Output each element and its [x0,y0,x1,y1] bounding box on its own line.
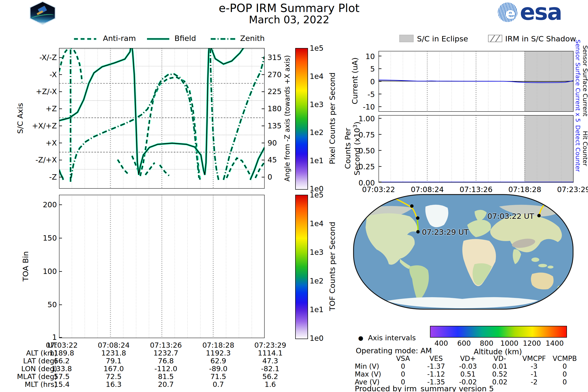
angle-tick: 90 [268,139,277,147]
table-cell: 07:18:28 [192,341,244,349]
table-cell: 07:08:24 [88,341,140,349]
v-cell: 0 [543,378,587,386]
table-cell: -89.0 [192,364,244,373]
esa-logo-text: esa [520,0,562,25]
altitude-colorbar [430,326,567,338]
table-cell: 81.5 [140,372,192,381]
sc-ytick: +X/+Z [0,122,57,130]
shadow-legend-label: IRM in S/C Shadow [505,34,576,43]
pixel-cb-label: Pixel Counts per Second [328,72,337,164]
legend-antiram-label: Anti-ram [103,34,136,43]
table-cell: 167.0 [88,364,140,373]
table-cell: 76.8 [140,357,192,365]
current-ticks [378,56,382,107]
table-cell: 133.8 [36,364,88,373]
v-cell: 0 [543,362,587,370]
toa-ytick: 100 [0,267,57,276]
toa-ytick: 150 [0,234,57,242]
track-dot [545,202,548,205]
cassiope-mission-patch: CASSIOPE [28,1,57,25]
xtick-time: 07:08:24 [406,185,448,194]
tof-cb-tick: 1e4 [310,219,324,228]
map-art [352,193,574,311]
sc-ytick: +X [0,139,57,147]
track-dot [416,230,420,234]
table-cell: 57.5 [36,372,88,381]
eclipse-legend-label: S/C in Eclipse [417,34,468,43]
ground-track-map [352,193,574,311]
table-cell: 71.5 [192,372,244,381]
page-title: e-POP IRM Summary Plot [172,2,407,15]
counts-plot [378,115,574,182]
tof-cb-tick: 1e0 [310,334,324,342]
table-cell: 07:13:26 [140,341,192,349]
alt-tick: 1400 [534,339,576,348]
shadow-swatch [488,35,502,42]
tof-cb-tick: 1e2 [310,276,324,285]
toa-ylabel: TOA Bin [21,251,30,281]
esa-e-icon: e [505,4,516,22]
counts-ytick: 1.00 [343,114,375,123]
current-ytick: 0 [343,78,375,86]
tof-cb-tick: 1e3 [310,248,324,256]
table-cell: 72.5 [88,372,140,381]
pixel-cb-tick: 1e4 [310,72,324,80]
counts-ytick: 0.50 [343,146,375,155]
produced-by-label: Produced by irm_summary version 5 [355,384,494,392]
table-cell: 79.1 [88,357,140,365]
pixel-colorbar [295,48,308,190]
table-cell: 1192.3 [192,349,244,357]
axis-intervals-bullet: ● [358,335,363,342]
angle-tick: 315 [268,53,282,62]
legend-antiram-sample [74,37,97,41]
track-dot [416,216,420,220]
current-right-label-blue: Sensor Surface Current x 5 [574,40,582,122]
counts-ticks [378,118,382,182]
toa-ticks [59,205,62,338]
v-header: VCMPB [543,354,587,362]
table-cell: 66.2 [36,357,88,365]
pixel-cb-tick: 1e2 [310,128,324,137]
angle-axis-label: Angle from -Z axis (towards +X axis) [283,55,291,182]
angle-tick: 0 [268,173,272,181]
axis-intervals-label: Axis intervals [368,334,416,342]
angle-tick: 180 [268,104,282,113]
cassiope-patch-art: CASSIOPE [30,2,56,24]
xtick-time: 07:13:26 [455,185,497,194]
table-cell: 20.7 [140,380,192,388]
table-cell: 1114.1 [244,349,296,357]
map-start-label: 07:03:22 UT [453,212,534,220]
counts-ytick: 0.75 [343,130,375,139]
counts-right-label-black: Hit Counter [582,131,588,166]
page-date: March 03, 2022 [172,14,407,26]
operating-mode-label: Operating mode: AM [356,346,432,355]
table-cell: 47.3 [244,357,296,365]
sc-axis-plot [59,48,264,189]
sc-ytick: -X [0,70,57,79]
xtick-time: 07:18:28 [504,185,546,194]
toa-ytick: 200 [0,200,57,209]
current-right-label-black: Sensor Surface Current [582,45,588,116]
table-cell: 07:03:22 [36,341,88,349]
tof-cb-tick: 1e5 [310,190,324,199]
current-ytick: -5 [343,90,375,99]
map-end-label: 07:23:29 UT [422,228,469,236]
tof-colorbar [295,195,308,339]
table-cell: -82.1 [244,364,296,373]
table-cell: 07:23:29 [244,341,296,349]
pixel-cb-tick: 1e3 [310,100,324,109]
table-cell: 56.2 [244,372,296,381]
table-cell: 1.6 [244,380,296,388]
pixel-cb-tick: 1e5 [310,44,324,52]
current-ytick: -10 [343,103,375,111]
patch-label: CASSIOPE [30,20,56,23]
legend-bfield-label: Bfield [174,34,196,43]
v-cell: 0 [543,370,587,378]
current-ytick: 5 [343,65,375,73]
tof-cb-tick: 1e1 [310,305,324,314]
table-cell: 1232.7 [140,349,192,357]
aurora-arc-icon [30,13,55,21]
counts-right-label-blue: Detect Counter [574,125,582,172]
current-ytick: 10 [343,52,375,61]
sc-ytick: +Z/-X [0,87,57,96]
